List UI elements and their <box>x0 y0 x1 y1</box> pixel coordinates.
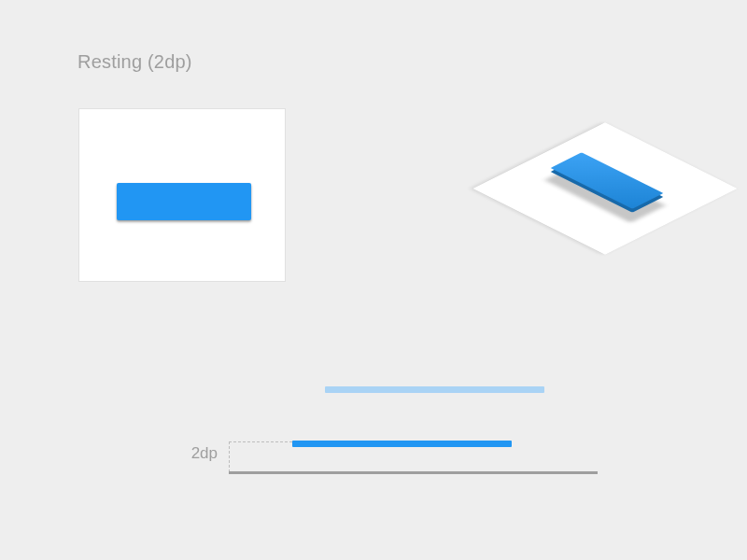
diagram-title: Resting (2dp) <box>78 51 192 73</box>
side-background-bar <box>325 386 544 393</box>
elevation-label: 2dp <box>191 444 218 463</box>
front-view-surface <box>78 108 286 282</box>
side-baseline <box>229 471 598 474</box>
front-view-raised-button <box>117 183 251 220</box>
isometric-view <box>348 95 675 301</box>
side-raised-bar <box>292 441 512 447</box>
elevation-guide-vertical <box>229 441 230 472</box>
side-elevation-view: 2dp <box>229 353 602 474</box>
elevation-guide-horizontal <box>229 441 292 442</box>
